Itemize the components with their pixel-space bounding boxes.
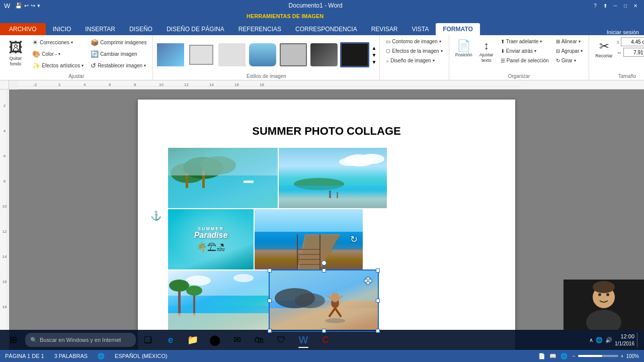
search-bar[interactable]: 🔍 Buscar en Windows y en Internet [25,333,136,347]
contorno-button[interactable]: ▭ Contorno de imagen ▾ [383,37,445,46]
doc-area[interactable]: ⚓ SUMMER PHOTO COLLAGE [9,89,644,360]
style-thumb-5[interactable] [279,42,308,67]
traer-button[interactable]: ⬆ Traer adelante ▾ [498,37,552,46]
correcciones-arrow: ▾ [71,40,73,45]
tab-inicio[interactable]: INICIO [46,23,78,35]
style-thumb-3[interactable] [217,42,247,67]
traer-icon: ⬆ [501,39,505,44]
taskbar-show-desktop[interactable] [637,332,639,347]
height-spinner-row: ↕ ▲ ▼ [617,37,644,46]
view-read-icon[interactable]: 📖 [549,353,556,359]
taskbar-time: 12:00 1/1/2016 [615,333,634,346]
efectos-imagen-button[interactable]: ⬡ Efectos de la imagen ▾ [383,47,445,55]
alinear-button[interactable]: ⊞ Alinear ▾ [553,37,586,46]
svg-text:6: 6 [4,154,6,158]
search-placeholder: Buscar en Windows y en Internet [40,337,121,343]
task-view-button[interactable]: ❑ [137,331,158,349]
traer-label: Traer adelante [506,39,539,44]
start-button[interactable]: ⊞ [3,331,24,349]
svg-rect-38 [255,209,363,232]
tab-formato[interactable]: FORMATO [436,23,480,35]
svg-rect-30 [168,148,278,175]
maximize-button[interactable]: □ [621,2,630,10]
ajustar-group-label: Ajustar [3,72,149,79]
help-button[interactable]: ? [591,2,600,10]
girar-button[interactable]: ↻ Girar ▾ [553,56,586,65]
photo-summer-paradise[interactable]: SUMMER Paradise 🌴⛱🏖 [168,209,254,269]
collage-wrapper: SUMMER Paradise 🌴⛱🏖 [168,148,387,331]
style-scroll-up[interactable]: ▲ [371,45,376,51]
quick-access-customize[interactable]: ▾ [37,3,40,9]
view-web-icon[interactable]: 🌐 [560,353,568,359]
tab-vista[interactable]: VISTA [405,23,436,35]
tab-revisar[interactable]: REVISAR [364,23,405,35]
zoom-in-button[interactable]: + [621,353,624,359]
tab-correspondencia[interactable]: CORRESPONDENCIA [288,23,364,35]
tab-diseno[interactable]: DISEÑO [122,23,159,35]
ribbon-tabs: ARCHIVO INICIO INSERTAR DISEÑO DISEÑO DE… [0,21,644,35]
correcciones-button[interactable]: ☀ Correcciones ▾ [29,37,87,48]
collage-row-2: SUMMER Paradise 🌴⛱🏖 [168,209,387,269]
style-thumb-6[interactable] [309,42,339,67]
ajustar-texto-button[interactable]: ↕ Ajustartexto [476,37,497,65]
close-button[interactable]: ✕ [631,2,640,10]
taskbar-word[interactable]: W [293,331,314,349]
style-scroll: ▲ ▼ ▼ [371,45,376,65]
enviar-button[interactable]: ⬇ Enviar atrás ▾ [498,47,552,55]
taskbar-chrome[interactable]: ⬤ [204,331,225,349]
height-input[interactable] [621,37,644,46]
quick-access-undo[interactable]: ↩ [24,3,29,9]
taskbar-explorer[interactable]: 📁 [182,331,203,349]
efectos-artisticos-button[interactable]: ✨ Efectos artísticos ▾ [29,60,87,71]
photo-beach-trees[interactable] [168,148,278,208]
photo-beach-sky[interactable] [279,148,387,208]
comprimir-button[interactable]: 📦 Comprimir imágenes [88,37,149,48]
panel-label: Panel de selección [507,58,549,63]
quick-access-redo[interactable]: ↪ [31,3,35,9]
color-button[interactable]: 🎨 Color - ▾ [29,49,87,59]
tab-diseno-pagina[interactable]: DISEÑO DE PÁGINA [159,23,231,35]
taskbar-mail[interactable]: ✉ [226,331,248,349]
quick-access-save[interactable]: 💾 [15,3,22,9]
tab-archivo[interactable]: ARCHIVO [0,23,46,35]
taskbar-store[interactable]: 🛍 [249,331,270,349]
zoom-slider[interactable] [578,355,618,357]
taskbar-edge[interactable]: e [160,331,181,349]
efectos-imagen-label: Efectos de la imagen [392,48,439,54]
taskbar-cam[interactable]: C [315,331,336,349]
restablecer-arrow: ▾ [144,63,146,68]
panel-button[interactable]: ☰ Panel de selección [498,56,552,65]
signin-button[interactable]: Iniciar sesión [607,29,639,35]
style-thumb-7[interactable] [340,42,369,67]
style-thumb-2[interactable] [187,42,216,67]
photo-beach-palms[interactable] [168,270,269,331]
view-normal-icon[interactable]: 📄 [538,353,545,359]
tab-referencias[interactable]: REFERENCIAS [231,23,288,35]
zoom-out-button[interactable]: − [573,353,576,359]
ribbon-display-button[interactable]: ⬆ [601,2,610,10]
minimize-button[interactable]: ─ [611,2,620,10]
svg-point-71 [598,293,601,296]
taskbar-chevron[interactable]: ∧ [589,337,593,343]
diseno-imagen-button[interactable]: ⬦ Diseño de imagen ▾ [383,56,445,65]
restablecer-button[interactable]: ↺ Restablecer imagen ▾ [88,60,149,71]
taskbar-defender[interactable]: 🛡 [271,331,292,349]
cambiar-button[interactable]: 🔄 Cambiar imagen [88,49,149,59]
tab-insertar[interactable]: INSERTAR [78,23,122,35]
doc-page: ⚓ SUMMER PHOTO COLLAGE [138,100,515,360]
style-scroll-down[interactable]: ▼ [371,52,376,58]
ruler-horizontal: -2 2 4 6 8 10 12 14 16 18 [18,80,644,89]
recortar-button[interactable]: ✂ Recortar [592,37,616,60]
style-expand[interactable]: ▼ [371,59,376,65]
style-thumb-4[interactable] [248,42,277,67]
agrupar-button[interactable]: ⊟ Agrupar ▾ [553,47,586,55]
efectos-imagen-icon: ⬡ [386,48,390,54]
photo-pier[interactable]: ↻ [255,209,363,269]
style-thumb-1[interactable] [156,42,185,67]
width-input[interactable] [623,48,644,57]
posicion-button[interactable]: 📄 Posición [452,37,475,59]
quitar-fondo-button[interactable]: 🖼 Quitarfondo [3,37,28,69]
ribbon-group-tamaño: ✂ Recortar ↕ ▲ ▼ ↔ ▲ ▼ [589,35,644,80]
svg-point-50 [233,274,254,282]
photo-person-beach[interactable]: ✥ [270,270,378,331]
